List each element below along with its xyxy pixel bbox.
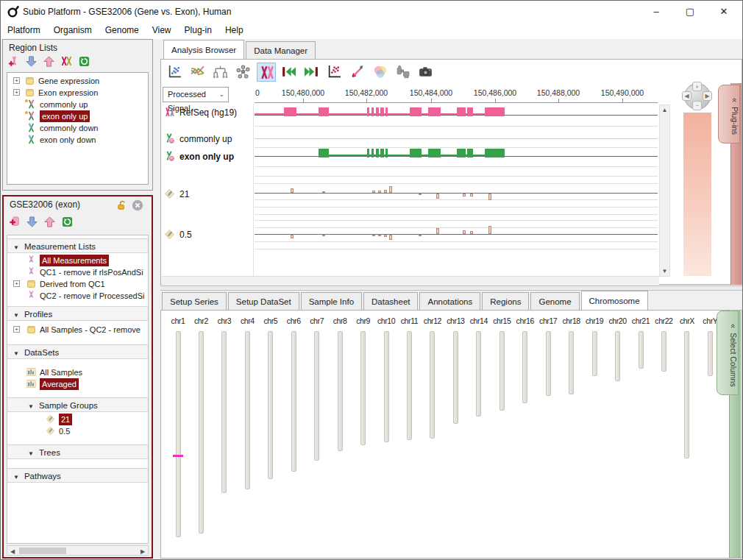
minimize-button[interactable]: – (639, 1, 673, 23)
tab-setup-dataset[interactable]: Setup DataSet (228, 292, 299, 310)
scroll-left-icon[interactable]: ◀ (9, 548, 16, 555)
menu-organism[interactable]: Organism (47, 23, 99, 38)
track-vscrollbar[interactable]: ▲▼ (659, 104, 670, 277)
track-row-0-5[interactable]: 0.5 (164, 229, 251, 241)
step-forward-button[interactable] (302, 63, 321, 82)
delete-button[interactable] (59, 214, 77, 230)
chromosome-bar-chr20[interactable] (615, 331, 620, 381)
scatter-colored-button[interactable] (325, 63, 344, 82)
dart-button[interactable] (348, 63, 367, 82)
screenshot-button[interactable] (416, 63, 436, 82)
series-tree-item[interactable]: QC1 - remove if rlsPosAndSi (7, 266, 148, 278)
move-up-button[interactable] (40, 54, 58, 70)
menu-help[interactable]: Help (218, 23, 250, 38)
tab-annotations[interactable]: Annotations (419, 292, 480, 310)
move-up-button[interactable] (41, 214, 59, 230)
chromosome-bar-chr15[interactable] (500, 331, 505, 411)
tab-setup-series[interactable]: Setup Series (162, 292, 227, 310)
close-panel-icon[interactable] (132, 199, 143, 211)
menu-platform[interactable]: Platform (1, 23, 47, 38)
scroll-down-icon[interactable]: ▼ (660, 268, 669, 274)
tab-datasheet[interactable]: Datasheet (363, 292, 418, 310)
scroll-right-icon[interactable]: ▶ (139, 548, 146, 555)
chromosome-bar-chr7[interactable] (314, 331, 319, 461)
venn-diagram-button[interactable] (371, 63, 390, 82)
region-tree-item[interactable]: exon only down (7, 134, 148, 146)
tree-expander-icon[interactable]: + (13, 89, 20, 96)
menu-view[interactable]: View (146, 23, 178, 38)
chromosome-bar-chr8[interactable] (338, 331, 343, 451)
step-backward-button[interactable] (280, 63, 299, 82)
plugins-tab[interactable]: «Plug-ins (718, 85, 740, 143)
collapse-triangle-icon[interactable]: ▼ (13, 347, 19, 361)
menu-genome[interactable]: Genome (99, 23, 146, 38)
move-down-button[interactable] (23, 54, 40, 70)
collapse-triangle-icon[interactable]: ▼ (13, 470, 19, 485)
series-hscrollbar[interactable]: ◀ ▶ (7, 545, 149, 556)
series-tree-item[interactable]: All Samples (7, 366, 148, 378)
section-header-profiles[interactable]: ▼Profiles (7, 306, 148, 321)
region-tree-item[interactable]: exon only up (7, 110, 148, 122)
close-button[interactable]: ✕ (707, 1, 741, 23)
section-header-datasets[interactable]: ▼DataSets (7, 344, 148, 359)
tab-sample-info[interactable]: Sample Info (301, 292, 362, 310)
scatter-plot-button[interactable] (166, 63, 185, 82)
track-row-exon-only-up[interactable]: Rexon only up (164, 151, 251, 163)
section-header-trees[interactable]: ▼Trees (7, 444, 148, 459)
export-button[interactable] (394, 63, 413, 82)
region-tree-item[interactable]: commonly up (7, 99, 148, 110)
chromosome-bar-chr9[interactable] (360, 331, 366, 445)
chromosome-bar-chr18[interactable] (569, 331, 574, 394)
tab-chromosome[interactable]: Chromosome (581, 291, 648, 310)
track-hscroll-strip[interactable] (162, 276, 659, 285)
profile-plot-button[interactable] (188, 63, 207, 82)
section-header-sample-groups[interactable]: ▼Sample Groups (7, 397, 148, 412)
chromosome-bar-chr5[interactable] (268, 331, 273, 479)
chromosome-bar-chr4[interactable] (245, 331, 250, 489)
chromosome-bar-chr17[interactable] (546, 331, 551, 396)
zoom-out-button[interactable]: － (692, 101, 702, 110)
chromosome-bar-chr13[interactable] (453, 331, 458, 424)
chromosome-bar-chr1[interactable] (176, 331, 181, 537)
collapse-triangle-icon[interactable]: ▼ (13, 241, 19, 255)
tab-genome[interactable]: Genome (530, 292, 579, 310)
chromosome-bar-chrY[interactable] (708, 331, 713, 376)
add-list-button[interactable] (6, 214, 24, 230)
chromosome-view-button[interactable] (257, 63, 276, 82)
scroll-thumb[interactable] (19, 547, 66, 554)
chromosome-bar-chr10[interactable] (384, 331, 389, 442)
series-tree-item[interactable]: 21 (7, 414, 148, 425)
chromosome-bar-chr11[interactable] (407, 331, 412, 440)
add-region-list-button[interactable] (5, 54, 23, 70)
chromosome-bar-chr21[interactable] (639, 331, 644, 369)
pan-left-button[interactable]: ◀ (682, 91, 692, 101)
scroll-up-icon[interactable]: ▲ (660, 107, 669, 113)
tab-analysis-browser[interactable]: Analysis Browser (163, 40, 244, 59)
horizontal-splitter[interactable] (160, 286, 742, 291)
pan-right-button[interactable]: ▶ (703, 91, 712, 101)
chromosome-bar-chr16[interactable] (522, 331, 527, 403)
delete-button[interactable] (76, 54, 93, 70)
lock-open-icon[interactable] (116, 200, 127, 211)
zoom-in-button[interactable]: ＋ (692, 82, 702, 91)
series-tree-item[interactable]: Averaged (7, 378, 148, 390)
series-tree-item[interactable]: +All Samples - QC2 - remove (7, 324, 148, 336)
region-tree-item[interactable]: +Exon expression (7, 87, 148, 99)
region-tree-item[interactable]: commonly down (7, 122, 148, 134)
region-tree-item[interactable]: +Gene expression (7, 75, 148, 87)
section-header-pathways[interactable]: ▼Pathways (7, 468, 148, 483)
series-tree-item[interactable]: QC2 - remove if ProcessedSi (7, 290, 148, 302)
clustering-button[interactable] (211, 63, 230, 82)
chromosome-bar-chr14[interactable] (476, 331, 481, 417)
move-down-button[interactable] (24, 214, 41, 230)
compare-chromosomes-button[interactable] (58, 54, 76, 70)
series-tree-item[interactable]: All Measurements (7, 255, 148, 266)
collapse-triangle-icon[interactable]: ▼ (28, 400, 34, 414)
chromosome-bar-chr3[interactable] (221, 331, 227, 493)
series-tree-item[interactable]: 0.5 (7, 425, 148, 437)
track-row-21[interactable]: 21 (164, 188, 251, 200)
maximize-button[interactable]: ▢ (673, 1, 707, 23)
tab-regions[interactable]: Regions (482, 292, 529, 310)
tree-expander-icon[interactable]: + (13, 326, 20, 333)
section-header-measurement-lists[interactable]: ▼Measurement Lists (7, 238, 148, 253)
